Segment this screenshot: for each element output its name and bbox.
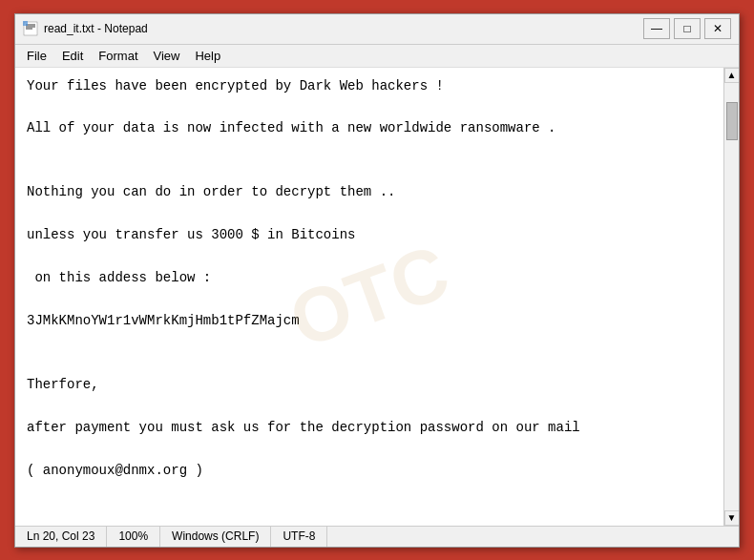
content-wrapper: OTC Your files have been encrypted by Da…	[15, 68, 739, 526]
line-ending: Windows (CRLF)	[160, 527, 271, 547]
scroll-down-arrow[interactable]: ▼	[724, 510, 740, 526]
app-icon	[23, 21, 38, 36]
window-controls: — □ ✕	[643, 18, 731, 39]
title-bar: read_it.txt - Notepad — □ ✕	[15, 14, 739, 45]
scroll-thumb[interactable]	[726, 102, 738, 140]
maximize-button[interactable]: □	[674, 18, 701, 39]
menu-edit[interactable]: Edit	[54, 47, 91, 65]
window-title: read_it.txt - Notepad	[44, 22, 643, 35]
encoding: UTF-8	[271, 527, 327, 547]
file-content: Your files have been encrypted by Dark W…	[27, 75, 712, 481]
menu-file[interactable]: File	[19, 47, 54, 65]
svg-rect-4	[23, 21, 28, 26]
zoom-level: 100%	[107, 527, 160, 547]
text-area[interactable]: OTC Your files have been encrypted by Da…	[15, 68, 723, 526]
cursor-position: Ln 20, Col 23	[15, 527, 107, 547]
scroll-up-arrow[interactable]: ▲	[724, 68, 740, 83]
menu-bar: File Edit Format View Help	[15, 45, 739, 68]
status-bar: Ln 20, Col 23 100% Windows (CRLF) UTF-8	[15, 526, 739, 547]
notepad-window: read_it.txt - Notepad — □ ✕ File Edit Fo…	[14, 13, 740, 548]
menu-help[interactable]: Help	[187, 47, 228, 65]
menu-view[interactable]: View	[146, 47, 188, 65]
scrollbar-vertical[interactable]: ▲ ▼	[723, 68, 739, 526]
minimize-button[interactable]: —	[643, 18, 670, 39]
menu-format[interactable]: Format	[91, 47, 145, 65]
close-button[interactable]: ✕	[704, 18, 731, 39]
